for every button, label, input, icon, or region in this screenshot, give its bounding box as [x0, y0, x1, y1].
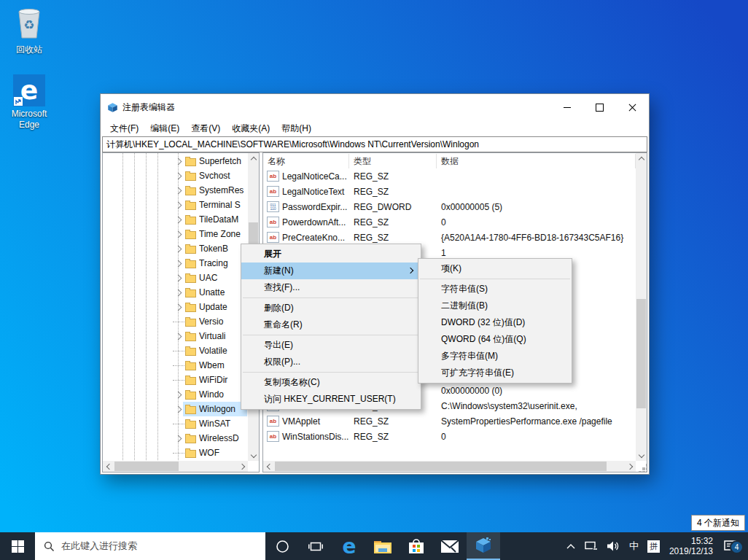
expand-chevron-icon[interactable]	[175, 275, 182, 282]
menu-view[interactable]: 查看(V)	[185, 120, 226, 136]
tree-item-wbem[interactable]: Wbem	[103, 358, 248, 373]
expand-chevron-icon[interactable]	[175, 260, 182, 268]
expand-chevron-icon[interactable]	[175, 304, 182, 311]
registry-value-row[interactable]: PreCreateKno...REG_SZ{A520A1A4-1780-4FF6…	[263, 230, 636, 245]
desktop-icon-microsoft-edge[interactable]: Microsoft Edge	[1, 74, 57, 131]
sub-string-value[interactable]: 字符串值(S)	[418, 281, 572, 298]
tree-item-superfetch[interactable]: Superfetch	[103, 154, 248, 168]
scroll-down-arrow[interactable]	[248, 450, 259, 461]
tray-chevron-up[interactable]	[561, 542, 580, 551]
expand-chevron-icon[interactable]	[175, 406, 182, 413]
ctx-export[interactable]: 导出(E)	[241, 337, 421, 354]
tray-volume[interactable]	[603, 541, 625, 551]
maximize-button[interactable]	[583, 94, 616, 120]
taskbar-store-button[interactable]	[400, 532, 433, 560]
tree-item-windo[interactable]: Windo	[103, 387, 248, 402]
scroll-down-arrow[interactable]	[636, 450, 647, 461]
sub-key[interactable]: 项(K)	[418, 260, 572, 277]
title-bar[interactable]: 注册表编辑器	[101, 94, 649, 120]
column-header-数据[interactable]: 数据	[437, 154, 636, 168]
scroll-up-arrow[interactable]	[636, 153, 647, 164]
tray-ime-mode[interactable]: 拼	[643, 540, 664, 553]
start-button[interactable]	[0, 532, 35, 560]
tree-item-virtuali[interactable]: Virtuali	[103, 329, 248, 343]
tree-item-terminal-s[interactable]: Terminal S	[103, 198, 248, 212]
tree-item-tokenb[interactable]: TokenB	[103, 241, 248, 256]
expand-chevron-icon[interactable]	[175, 173, 182, 180]
expand-chevron-icon[interactable]	[175, 217, 182, 224]
tree-item-tracing[interactable]: Tracing	[103, 256, 248, 271]
taskbar-search-input[interactable]: 在此键入进行搜索	[35, 532, 265, 560]
tree-item-tiledatam[interactable]: TileDataM	[103, 212, 248, 227]
menu-help[interactable]: 帮助(H)	[276, 120, 317, 136]
ctx-permissions[interactable]: 权限(P)...	[241, 354, 421, 370]
scroll-right-arrow[interactable]	[237, 461, 248, 472]
registry-value-row[interactable]: PasswordExpir...REG_DWORD0x00000005 (5)	[263, 199, 636, 214]
address-bar[interactable]: 计算机\HKEY_LOCAL_MACHINE\SOFTWARE\Microsof…	[102, 136, 647, 152]
expand-chevron-icon[interactable]	[175, 333, 182, 341]
tree-item-winsat[interactable]: WinSAT	[103, 416, 248, 431]
scroll-up-arrow[interactable]	[248, 153, 259, 164]
registry-value-row[interactable]: VMAppletREG_SZSystemPropertiesPerformanc…	[263, 413, 636, 429]
registry-value-row[interactable]: LegalNoticeTextREG_SZ	[263, 184, 636, 199]
action-center-button[interactable]: 4	[718, 540, 748, 553]
registry-value-row[interactable]: PowerdownAft...REG_SZ0	[263, 214, 636, 230]
expand-chevron-icon[interactable]	[175, 289, 182, 297]
expand-chevron-icon[interactable]	[175, 246, 182, 253]
desktop-icon-recycle-bin[interactable]: ♻ 回收站	[1, 6, 57, 55]
ctx-go-hkcu[interactable]: 访问 HKEY_CURRENT_USER(T)	[241, 391, 421, 408]
ctx-expand[interactable]: 展开	[241, 246, 421, 262]
scrollbar-thumb[interactable]	[636, 299, 646, 408]
list-header[interactable]: 名称类型数据	[263, 154, 636, 168]
tree-item-update[interactable]: Update	[103, 300, 248, 314]
cortana-button[interactable]	[265, 532, 299, 560]
taskbar-mail-button[interactable]	[433, 532, 467, 560]
list-horizontal-scrollbar[interactable]	[263, 461, 636, 472]
task-view-button[interactable]	[299, 532, 332, 560]
registry-value-row[interactable]: LegalNoticeCa...REG_SZ	[263, 168, 636, 184]
list-vertical-scrollbar[interactable]	[636, 153, 647, 461]
tree-item-wof[interactable]: WOF	[103, 446, 248, 460]
sub-multi-string-value[interactable]: 多字符串值(M)	[418, 348, 572, 365]
minimize-button[interactable]	[550, 94, 583, 120]
ctx-copy-key-name[interactable]: 复制项名称(C)	[241, 374, 421, 391]
tree-item-time-zone[interactable]: Time Zone	[103, 227, 248, 241]
sub-binary-value[interactable]: 二进制值(B)	[418, 298, 572, 314]
ctx-rename[interactable]: 重命名(R)	[241, 316, 421, 333]
tree-item-wifidir[interactable]: WiFiDir	[103, 373, 248, 387]
tree-item-volatile[interactable]: Volatile	[103, 343, 248, 358]
close-button[interactable]	[616, 94, 649, 120]
expand-chevron-icon[interactable]	[175, 187, 182, 195]
tree-item-unatte[interactable]: Unatte	[103, 285, 248, 300]
scrollbar-thumb[interactable]	[275, 462, 607, 471]
expand-chevron-icon[interactable]	[175, 392, 182, 399]
expand-chevron-icon[interactable]	[175, 231, 182, 238]
tree-item-winlogon[interactable]: Winlogon	[103, 402, 248, 416]
scrollbar-thumb[interactable]	[114, 462, 179, 471]
tray-ime-language[interactable]: 中	[625, 540, 643, 553]
scroll-left-arrow[interactable]	[263, 461, 274, 472]
ctx-new[interactable]: 新建(N)	[241, 262, 421, 279]
taskbar-regedit-button[interactable]	[467, 532, 500, 560]
scroll-left-arrow[interactable]	[103, 461, 114, 472]
sub-qword-value[interactable]: QWORD (64 位)值(Q)	[418, 331, 572, 348]
menu-favorites[interactable]: 收藏夹(A)	[226, 120, 276, 136]
registry-value-row[interactable]: WinStationsDis...REG_SZ0	[263, 429, 636, 444]
column-header-名称[interactable]: 名称	[263, 154, 349, 168]
ctx-find[interactable]: 查找(F)...	[241, 279, 421, 296]
tray-network[interactable]	[580, 541, 603, 552]
taskbar-file-explorer-button[interactable]	[366, 532, 400, 560]
expand-chevron-icon[interactable]	[175, 202, 182, 209]
sub-dword-value[interactable]: DWORD (32 位)值(D)	[418, 314, 572, 331]
tray-clock[interactable]: 15:32 2019/12/13	[664, 536, 718, 556]
ctx-delete[interactable]: 删除(D)	[241, 300, 421, 316]
tree-item-systemres[interactable]: SystemRes	[103, 183, 248, 198]
menu-edit[interactable]: 编辑(E)	[144, 120, 185, 136]
tree-horizontal-scrollbar[interactable]	[103, 461, 248, 472]
tree-item-wirelessd[interactable]: WirelessD	[103, 431, 248, 446]
menu-file[interactable]: 文件(F)	[104, 120, 144, 136]
expand-chevron-icon[interactable]	[175, 158, 182, 166]
tree-item-svchost[interactable]: Svchost	[103, 168, 248, 183]
column-header-类型[interactable]: 类型	[349, 154, 437, 168]
tree-item-versio[interactable]: Versio	[103, 314, 248, 329]
